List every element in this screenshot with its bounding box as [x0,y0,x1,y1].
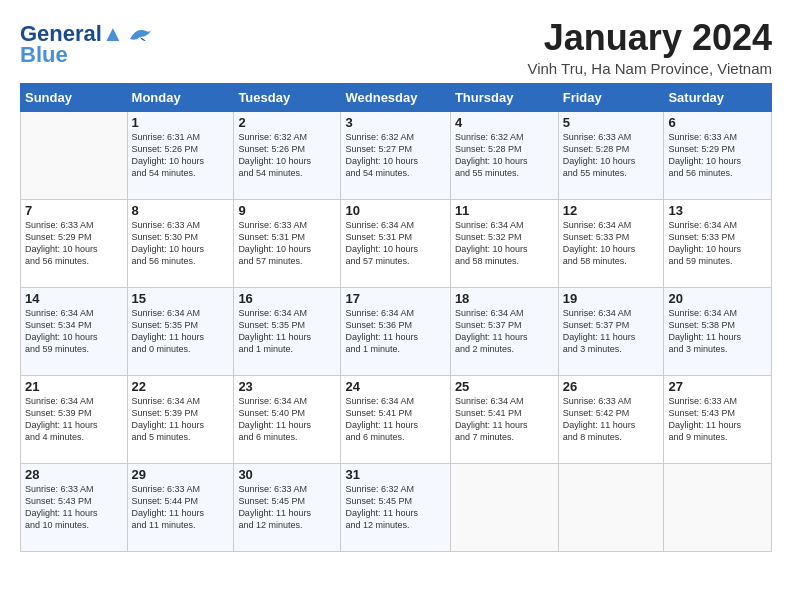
weekday-header-saturday: Saturday [664,83,772,111]
weekday-header-monday: Monday [127,83,234,111]
calendar-cell: 16Sunrise: 6:34 AM Sunset: 5:35 PM Dayli… [234,287,341,375]
calendar-cell [558,463,664,551]
day-number: 29 [132,467,230,482]
day-number: 13 [668,203,767,218]
day-number: 15 [132,291,230,306]
calendar-cell: 30Sunrise: 6:33 AM Sunset: 5:45 PM Dayli… [234,463,341,551]
day-info: Sunrise: 6:33 AM Sunset: 5:29 PM Dayligh… [25,219,123,268]
calendar-table: SundayMondayTuesdayWednesdayThursdayFrid… [20,83,772,552]
week-row-4: 21Sunrise: 6:34 AM Sunset: 5:39 PM Dayli… [21,375,772,463]
day-number: 5 [563,115,660,130]
location: Vinh Tru, Ha Nam Province, Vietnam [527,60,772,77]
day-number: 6 [668,115,767,130]
weekday-header-sunday: Sunday [21,83,128,111]
weekday-header-row: SundayMondayTuesdayWednesdayThursdayFrid… [21,83,772,111]
calendar-cell: 12Sunrise: 6:34 AM Sunset: 5:33 PM Dayli… [558,199,664,287]
day-info: Sunrise: 6:33 AM Sunset: 5:43 PM Dayligh… [668,395,767,444]
day-info: Sunrise: 6:34 AM Sunset: 5:31 PM Dayligh… [345,219,445,268]
day-info: Sunrise: 6:33 AM Sunset: 5:45 PM Dayligh… [238,483,336,532]
week-row-3: 14Sunrise: 6:34 AM Sunset: 5:34 PM Dayli… [21,287,772,375]
calendar-cell: 20Sunrise: 6:34 AM Sunset: 5:38 PM Dayli… [664,287,772,375]
day-number: 1 [132,115,230,130]
title-block: January 2024 Vinh Tru, Ha Nam Province, … [527,18,772,77]
day-info: Sunrise: 6:33 AM Sunset: 5:28 PM Dayligh… [563,131,660,180]
calendar-cell: 18Sunrise: 6:34 AM Sunset: 5:37 PM Dayli… [450,287,558,375]
day-number: 20 [668,291,767,306]
day-info: Sunrise: 6:33 AM Sunset: 5:43 PM Dayligh… [25,483,123,532]
day-info: Sunrise: 6:32 AM Sunset: 5:26 PM Dayligh… [238,131,336,180]
day-number: 17 [345,291,445,306]
calendar-cell: 7Sunrise: 6:33 AM Sunset: 5:29 PM Daylig… [21,199,128,287]
day-info: Sunrise: 6:31 AM Sunset: 5:26 PM Dayligh… [132,131,230,180]
day-number: 7 [25,203,123,218]
day-info: Sunrise: 6:34 AM Sunset: 5:33 PM Dayligh… [563,219,660,268]
day-number: 19 [563,291,660,306]
calendar-cell: 13Sunrise: 6:34 AM Sunset: 5:33 PM Dayli… [664,199,772,287]
day-number: 9 [238,203,336,218]
day-info: Sunrise: 6:34 AM Sunset: 5:35 PM Dayligh… [238,307,336,356]
calendar-cell: 31Sunrise: 6:32 AM Sunset: 5:45 PM Dayli… [341,463,450,551]
day-number: 28 [25,467,123,482]
day-number: 26 [563,379,660,394]
day-number: 25 [455,379,554,394]
weekday-header-tuesday: Tuesday [234,83,341,111]
day-number: 30 [238,467,336,482]
day-number: 24 [345,379,445,394]
day-number: 3 [345,115,445,130]
day-info: Sunrise: 6:34 AM Sunset: 5:35 PM Dayligh… [132,307,230,356]
month-title: January 2024 [527,18,772,58]
day-number: 21 [25,379,123,394]
day-info: Sunrise: 6:34 AM Sunset: 5:39 PM Dayligh… [25,395,123,444]
day-info: Sunrise: 6:34 AM Sunset: 5:41 PM Dayligh… [345,395,445,444]
calendar-cell: 29Sunrise: 6:33 AM Sunset: 5:44 PM Dayli… [127,463,234,551]
calendar-cell: 4Sunrise: 6:32 AM Sunset: 5:28 PM Daylig… [450,111,558,199]
day-info: Sunrise: 6:32 AM Sunset: 5:45 PM Dayligh… [345,483,445,532]
calendar-cell: 3Sunrise: 6:32 AM Sunset: 5:27 PM Daylig… [341,111,450,199]
weekday-header-wednesday: Wednesday [341,83,450,111]
calendar-cell: 25Sunrise: 6:34 AM Sunset: 5:41 PM Dayli… [450,375,558,463]
day-info: Sunrise: 6:34 AM Sunset: 5:34 PM Dayligh… [25,307,123,356]
day-info: Sunrise: 6:32 AM Sunset: 5:28 PM Dayligh… [455,131,554,180]
day-info: Sunrise: 6:34 AM Sunset: 5:32 PM Dayligh… [455,219,554,268]
day-info: Sunrise: 6:34 AM Sunset: 5:37 PM Dayligh… [455,307,554,356]
calendar-cell: 24Sunrise: 6:34 AM Sunset: 5:41 PM Dayli… [341,375,450,463]
calendar-cell: 27Sunrise: 6:33 AM Sunset: 5:43 PM Dayli… [664,375,772,463]
day-number: 12 [563,203,660,218]
calendar-cell: 1Sunrise: 6:31 AM Sunset: 5:26 PM Daylig… [127,111,234,199]
day-number: 23 [238,379,336,394]
day-info: Sunrise: 6:34 AM Sunset: 5:38 PM Dayligh… [668,307,767,356]
calendar-cell [21,111,128,199]
day-number: 16 [238,291,336,306]
calendar-cell: 19Sunrise: 6:34 AM Sunset: 5:37 PM Dayli… [558,287,664,375]
day-number: 11 [455,203,554,218]
calendar-cell: 8Sunrise: 6:33 AM Sunset: 5:30 PM Daylig… [127,199,234,287]
day-number: 27 [668,379,767,394]
calendar-cell: 14Sunrise: 6:34 AM Sunset: 5:34 PM Dayli… [21,287,128,375]
header: General▲ Blue January 2024 Vinh Tru, Ha … [20,18,772,77]
day-number: 31 [345,467,445,482]
day-info: Sunrise: 6:32 AM Sunset: 5:27 PM Dayligh… [345,131,445,180]
calendar-cell: 15Sunrise: 6:34 AM Sunset: 5:35 PM Dayli… [127,287,234,375]
day-info: Sunrise: 6:33 AM Sunset: 5:31 PM Dayligh… [238,219,336,268]
calendar-cell: 22Sunrise: 6:34 AM Sunset: 5:39 PM Dayli… [127,375,234,463]
day-number: 2 [238,115,336,130]
calendar-cell: 23Sunrise: 6:34 AM Sunset: 5:40 PM Dayli… [234,375,341,463]
day-info: Sunrise: 6:34 AM Sunset: 5:37 PM Dayligh… [563,307,660,356]
calendar-cell [664,463,772,551]
day-number: 18 [455,291,554,306]
day-number: 22 [132,379,230,394]
day-info: Sunrise: 6:34 AM Sunset: 5:36 PM Dayligh… [345,307,445,356]
page: General▲ Blue January 2024 Vinh Tru, Ha … [0,0,792,562]
calendar-cell: 21Sunrise: 6:34 AM Sunset: 5:39 PM Dayli… [21,375,128,463]
weekday-header-thursday: Thursday [450,83,558,111]
week-row-5: 28Sunrise: 6:33 AM Sunset: 5:43 PM Dayli… [21,463,772,551]
calendar-cell: 11Sunrise: 6:34 AM Sunset: 5:32 PM Dayli… [450,199,558,287]
day-info: Sunrise: 6:33 AM Sunset: 5:44 PM Dayligh… [132,483,230,532]
week-row-1: 1Sunrise: 6:31 AM Sunset: 5:26 PM Daylig… [21,111,772,199]
day-info: Sunrise: 6:34 AM Sunset: 5:33 PM Dayligh… [668,219,767,268]
calendar-cell: 6Sunrise: 6:33 AM Sunset: 5:29 PM Daylig… [664,111,772,199]
day-info: Sunrise: 6:34 AM Sunset: 5:41 PM Dayligh… [455,395,554,444]
calendar-cell: 28Sunrise: 6:33 AM Sunset: 5:43 PM Dayli… [21,463,128,551]
week-row-2: 7Sunrise: 6:33 AM Sunset: 5:29 PM Daylig… [21,199,772,287]
calendar-cell: 10Sunrise: 6:34 AM Sunset: 5:31 PM Dayli… [341,199,450,287]
